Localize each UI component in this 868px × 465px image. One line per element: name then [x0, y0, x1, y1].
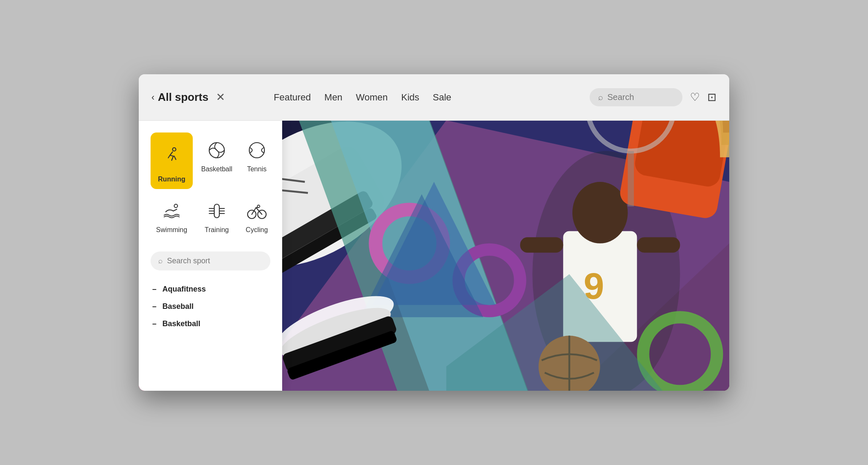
bag-icon: ⊡: [707, 91, 717, 103]
search-bar[interactable]: ⌕: [590, 88, 682, 106]
search-sport-icon: ⌕: [158, 257, 163, 265]
svg-point-13: [257, 205, 260, 208]
sport-name-training: Training: [205, 226, 229, 234]
sport-list-item-baseball[interactable]: Baseball: [151, 298, 270, 315]
sport-list: Aquafitness Baseball Basketball: [151, 281, 270, 333]
svg-rect-35: [520, 237, 563, 252]
close-button[interactable]: ✕: [216, 91, 225, 104]
nav-item-women[interactable]: Women: [356, 92, 388, 103]
header: ‹ All sports ✕ Featured Men Women Kids S…: [139, 74, 729, 121]
cycling-icon-wrap: [245, 199, 269, 223]
sport-item-running[interactable]: Running: [151, 132, 193, 189]
dropdown-panel: Running Basketball: [139, 121, 282, 391]
cycling-icon: [247, 201, 267, 221]
sport-name-swimming: Swimming: [156, 226, 187, 234]
tennis-icon-wrap: [245, 138, 269, 162]
sport-name-running: Running: [158, 176, 186, 183]
basketball-icon: [207, 140, 227, 160]
svg-point-3: [174, 204, 178, 208]
nav-links: Featured Men Women Kids Sale: [274, 92, 577, 103]
bag-button[interactable]: ⊡: [707, 91, 717, 104]
sport-name-cycling: Cycling: [246, 226, 268, 234]
sport-item-basketball[interactable]: Basketball: [197, 132, 237, 189]
search-input[interactable]: [607, 92, 674, 102]
back-icon: ‹: [151, 92, 154, 103]
training-icon-wrap: [205, 199, 229, 223]
all-sports-label: All sports: [158, 91, 208, 104]
svg-point-34: [572, 182, 628, 243]
sport-grid: Running Basketball: [151, 132, 270, 240]
tennis-icon: [247, 140, 267, 160]
header-right: ⌕ ♡ ⊡: [590, 88, 717, 106]
wishlist-button[interactable]: ♡: [690, 91, 700, 104]
svg-point-2: [249, 143, 264, 158]
main-content: Running Basketball: [139, 121, 729, 391]
sport-item-swimming[interactable]: Swimming: [151, 193, 193, 240]
header-left: ‹ All sports ✕: [151, 91, 261, 104]
sport-name-tennis: Tennis: [247, 165, 267, 173]
nav-item-featured[interactable]: Featured: [274, 92, 311, 103]
back-button[interactable]: ‹: [151, 92, 154, 103]
swimming-icon-wrap: [160, 199, 183, 223]
sport-item-cycling[interactable]: Cycling: [241, 193, 273, 240]
search-sport-bar[interactable]: ⌕: [151, 251, 270, 270]
nav-item-sale[interactable]: Sale: [433, 92, 451, 103]
svg-point-0: [173, 148, 176, 151]
sport-item-tennis[interactable]: Tennis: [241, 132, 273, 189]
svg-rect-36: [637, 237, 680, 252]
sport-item-training[interactable]: Training: [197, 193, 237, 240]
search-sport-input[interactable]: [167, 257, 263, 265]
sport-name-basketball: Basketball: [201, 165, 232, 173]
nav-item-men[interactable]: Men: [324, 92, 342, 103]
basketball-icon-wrap: [205, 138, 229, 162]
nav-item-kids[interactable]: Kids: [401, 92, 419, 103]
svg-rect-4: [214, 204, 219, 218]
training-icon: [207, 201, 227, 221]
sport-list-item-basketball[interactable]: Basketball: [151, 315, 270, 333]
heart-icon: ♡: [690, 91, 700, 103]
close-icon: ✕: [216, 91, 225, 103]
swimming-icon: [162, 201, 182, 221]
running-icon: [162, 146, 181, 165]
browser-window: ‹ All sports ✕ Featured Men Women Kids S…: [139, 74, 729, 391]
sport-list-item-aquafitness[interactable]: Aquafitness: [151, 281, 270, 298]
search-icon: ⌕: [598, 92, 603, 102]
